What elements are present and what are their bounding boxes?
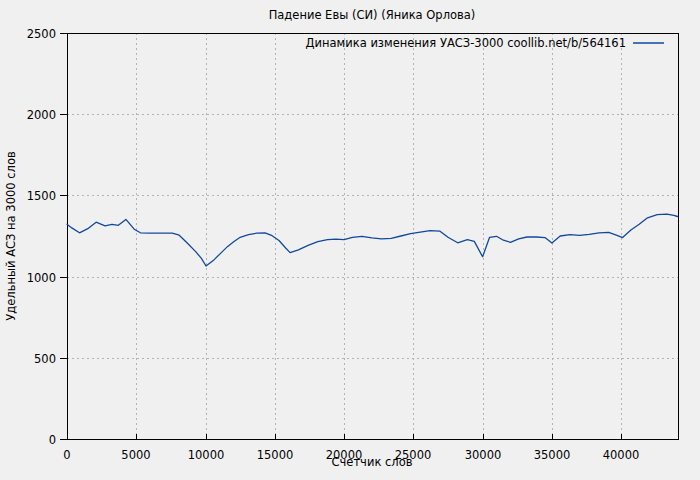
- tick-labels: 0500010000150002000025000300003500040000…: [27, 27, 640, 463]
- y-tick-label: 2000: [27, 108, 56, 122]
- y-tick-label: 2500: [27, 27, 56, 41]
- x-tick-label: 35000: [534, 448, 571, 462]
- gridlines: [67, 33, 678, 439]
- x-tick-label: 15000: [257, 448, 294, 462]
- line-chart: Падение Евы (СИ) (Яника Орлова) 05000100…: [0, 0, 700, 480]
- legend-label: Динамика изменения УАСЗ-3000 coollib.net…: [306, 36, 626, 50]
- x-tick-label: 0: [63, 448, 70, 462]
- y-axis-label: Удельный АСЗ на 3000 слов: [4, 151, 18, 321]
- chart-title: Падение Евы (СИ) (Яника Орлова): [269, 8, 476, 22]
- y-tick-label: 0: [49, 433, 56, 447]
- x-tick-label: 30000: [465, 448, 502, 462]
- chart-figure: Падение Евы (СИ) (Яника Орлова) 05000100…: [0, 0, 700, 480]
- x-tick-label: 5000: [121, 448, 150, 462]
- x-axis-label: Счетчик слов: [332, 455, 413, 469]
- x-tick-label: 10000: [188, 448, 225, 462]
- x-tick-label: 40000: [603, 448, 640, 462]
- y-tick-label: 1500: [27, 189, 56, 203]
- y-tick-label: 1000: [27, 271, 56, 285]
- y-tick-label: 500: [34, 352, 56, 366]
- data-series-line: [67, 214, 678, 266]
- plot-frame: [67, 33, 678, 439]
